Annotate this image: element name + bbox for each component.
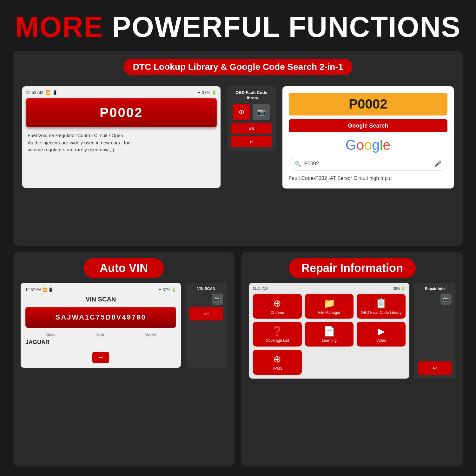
battery-percent: 37% (202, 90, 210, 95)
chrome-label: Chrome (255, 310, 299, 315)
auto-vin-badge-wrap: Auto VIN (21, 258, 227, 278)
google-l: l (380, 137, 383, 153)
desc-line2: As the injectors are widely used in new … (28, 139, 215, 147)
dtc-description: Fuel Volume Regulator Control Circuit / … (26, 132, 217, 154)
repair-time: 01:14 AM (253, 287, 268, 290)
vin-make-value: JAGUAR (25, 339, 176, 346)
vin-number-display: SAJWA1C75D8V49790 (25, 307, 176, 328)
repair-battery: 35% (393, 287, 400, 290)
vin-camera-icon[interactable]: 📷 (212, 294, 223, 305)
video-icon: ▶ (359, 326, 403, 337)
obd-popup: OBD Fault Code Library ⊕ 📷 ok ↩ (227, 86, 276, 151)
google-g: G (346, 137, 356, 153)
file-manager-icon: 📁 (307, 298, 351, 309)
tpms-label: TPMS (255, 366, 299, 371)
app-coverage-list[interactable]: ❓ Coverage List (253, 322, 302, 347)
desc-line3: volume regulators are rarely used now , … (28, 146, 215, 154)
header-powerful: POWERFUL FUNCTIONS (103, 11, 461, 43)
repair-content: 01:14 AM 35% 🔋 ⊕ Chrome 📁 F (249, 283, 455, 379)
vin-back-section: ↩ (25, 349, 176, 363)
obd-camera-icon[interactable]: 📷 (253, 104, 270, 120)
vin-popup-title: VIN SCAN (189, 287, 223, 291)
vin-content: 12:52 AM 📶 📱 ✦ 37% 🔋 VIN SCAN SAJWA1C75D… (21, 283, 227, 368)
app-video[interactable]: ▶ Video (357, 322, 406, 347)
repair-status-bar: 01:14 AM 35% 🔋 (253, 287, 406, 291)
status-left: 12:52 AM 📶 📱 (26, 90, 57, 95)
app-chrome[interactable]: ⊕ Chrome (253, 294, 302, 319)
google-g2: g (372, 137, 380, 153)
video-label: Video (359, 338, 403, 343)
battery-icon: 🔋 (212, 90, 217, 95)
vin-number-text: SAJWA1C75D8V49790 (56, 313, 146, 321)
app-tpms[interactable]: ⊕ TPMS (253, 350, 302, 374)
learning-icon: 📄 (307, 326, 351, 337)
repair-status-right: 35% 🔋 (393, 287, 406, 291)
vin-status-left: 12:52 AM 📶 📱 (25, 288, 53, 292)
vin-time: 12:52 AM (25, 288, 42, 292)
header: MORE POWERFUL FUNCTIONS (13, 10, 463, 44)
make-label: Make (46, 333, 56, 337)
google-code-badge: P0002 (289, 93, 447, 116)
repair-panel: Repair Information 01:14 AM 35% 🔋 ⊕ (241, 252, 463, 466)
file-manager-label: File Manager (307, 310, 351, 315)
repair-battery-icon: 🔋 (401, 287, 406, 290)
model-label: Model (145, 333, 156, 337)
google-e: e (383, 137, 390, 153)
vin-status-right: ✦ 37% 🔋 (158, 288, 176, 292)
vin-wifi: 📶 (43, 288, 47, 292)
repair-info-badge-wrap: Repair Information (249, 258, 455, 278)
obd-icon-row: ⊕ 📷 (231, 104, 272, 120)
repair-popup-title: Repair Info (418, 287, 452, 291)
year-label: Year (96, 333, 104, 337)
desc-line1: Fuel Volume Regulator Control Circuit / … (28, 132, 215, 139)
phone-status-bar: 12:52 AM 📶 📱 ✦ 37% 🔋 (26, 90, 217, 95)
obd-ok-button[interactable]: ok (231, 123, 272, 134)
tpms-icon: ⊕ (255, 354, 299, 365)
auto-vin-badge: Auto VIN (84, 258, 164, 278)
google-search-button[interactable]: Google Search (289, 119, 447, 132)
dtc-code-button[interactable]: P0002 (26, 98, 217, 127)
dtc-code-display: P0002 (100, 105, 143, 120)
phone-screen: 12:52 AM 📶 📱 ✦ 37% 🔋 P0002 Fuel Volume R… (22, 86, 221, 188)
repair-info-badge: Repair Information (289, 258, 416, 278)
app-learning[interactable]: 📄 Learning (305, 322, 354, 347)
vin-details: Make Year Model (25, 333, 176, 337)
bluetooth-icon: ✦ (197, 90, 201, 95)
google-panel: P0002 Google Search Google 🔍 P0002 🎤 Fau… (282, 86, 454, 188)
obd-library-icon[interactable]: ⊕ (233, 104, 250, 120)
dtc-badge-wrap: DTC Lookup Library & Google Code Search … (22, 59, 454, 82)
app-obd-library[interactable]: 📋 OBD Fault Code Library (357, 294, 406, 319)
status-right: ✦ 37% 🔋 (197, 90, 217, 95)
auto-vin-panel: Auto VIN 12:52 AM 📶 📱 ✦ 37% 🔋 (13, 252, 235, 466)
vin-scan-title: VIN SCAN (25, 296, 176, 303)
google-search-bar[interactable]: 🔍 P0002 🎤 (289, 157, 447, 171)
search-icon: 🔍 (295, 161, 301, 167)
vin-status-bar: 12:52 AM 📶 📱 ✦ 37% 🔋 (25, 288, 176, 292)
vin-popup-back-btn[interactable]: ↩ (189, 307, 223, 321)
vin-battery-icon: 🔋 (171, 288, 176, 292)
vin-back-btn[interactable]: ↩ (92, 352, 109, 363)
bottom-section: Auto VIN 12:52 AM 📶 📱 ✦ 37% 🔋 (13, 252, 463, 466)
obd-icon: 📋 (359, 298, 403, 309)
learning-label: Learning (307, 338, 351, 343)
vin-phone: 12:52 AM 📶 📱 ✦ 37% 🔋 VIN SCAN SAJWA1C75D… (21, 283, 181, 368)
sim-icon: 📱 (52, 90, 57, 95)
chrome-icon: ⊕ (255, 298, 299, 309)
obd-label: OBD Fault Code Library (359, 310, 403, 315)
repair-back-btn[interactable]: ↩ (418, 361, 452, 375)
repair-screen: 01:14 AM 35% 🔋 ⊕ Chrome 📁 F (249, 283, 409, 379)
main-container: MORE POWERFUL FUNCTIONS DTC Lookup Libra… (0, 0, 476, 476)
obd-back-button[interactable]: ↩ (231, 136, 272, 147)
repair-apps-grid: ⊕ Chrome 📁 File Manager 📋 OBD Fault Code… (253, 294, 406, 375)
dtc-panel: DTC Lookup Library & Google Code Search … (13, 51, 463, 246)
repair-camera-icon[interactable]: 📷 (440, 294, 452, 305)
google-logo: Google (289, 137, 447, 153)
google-o1: o (356, 137, 364, 153)
coverage-icon: ❓ (255, 326, 299, 337)
vin-bt: ✦ (158, 288, 162, 292)
app-file-manager[interactable]: 📁 File Manager (305, 294, 354, 319)
vin-popup: VIN SCAN 📷 ↩ (186, 283, 227, 368)
coverage-label: Coverage List (255, 338, 299, 343)
dtc-badge: DTC Lookup Library & Google Code Search … (123, 59, 353, 75)
dtc-content: 12:52 AM 📶 📱 ✦ 37% 🔋 P0002 Fuel Volume R… (22, 86, 454, 188)
